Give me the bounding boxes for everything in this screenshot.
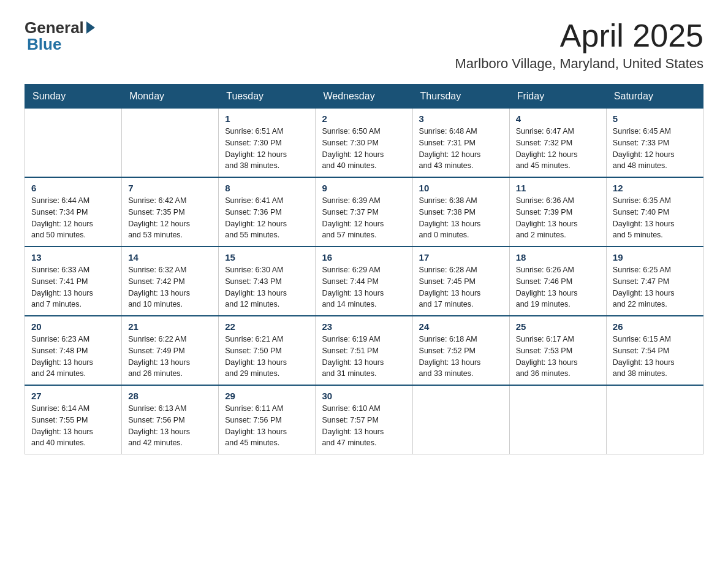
calendar-cell: 17Sunrise: 6:28 AM Sunset: 7:45 PM Dayli… [412, 247, 509, 316]
day-number: 30 [322, 391, 406, 401]
calendar-cell: 24Sunrise: 6:18 AM Sunset: 7:52 PM Dayli… [412, 316, 509, 385]
calendar-week-row: 20Sunrise: 6:23 AM Sunset: 7:48 PM Dayli… [25, 316, 703, 385]
day-number: 8 [225, 183, 309, 193]
calendar-cell: 3Sunrise: 6:48 AM Sunset: 7:31 PM Daylig… [412, 109, 509, 178]
calendar-cell: 11Sunrise: 6:36 AM Sunset: 7:39 PM Dayli… [509, 177, 606, 247]
calendar-cell: 9Sunrise: 6:39 AM Sunset: 7:37 PM Daylig… [316, 177, 412, 247]
day-info: Sunrise: 6:13 AM Sunset: 7:56 PM Dayligh… [128, 403, 212, 449]
weekday-header-saturday: Saturday [606, 85, 703, 109]
logo: General Blue [25, 18, 95, 54]
calendar-cell: 30Sunrise: 6:10 AM Sunset: 7:57 PM Dayli… [316, 385, 412, 454]
day-info: Sunrise: 6:11 AM Sunset: 7:56 PM Dayligh… [225, 403, 309, 449]
day-number: 13 [31, 252, 115, 262]
day-info: Sunrise: 6:18 AM Sunset: 7:52 PM Dayligh… [419, 334, 503, 380]
day-number: 17 [419, 252, 503, 262]
calendar-cell: 13Sunrise: 6:33 AM Sunset: 7:41 PM Dayli… [25, 247, 122, 316]
day-info: Sunrise: 6:15 AM Sunset: 7:54 PM Dayligh… [613, 334, 697, 380]
day-info: Sunrise: 6:50 AM Sunset: 7:30 PM Dayligh… [322, 126, 406, 172]
day-info: Sunrise: 6:35 AM Sunset: 7:40 PM Dayligh… [613, 195, 697, 241]
day-number: 2 [322, 113, 406, 124]
calendar-cell: 5Sunrise: 6:45 AM Sunset: 7:33 PM Daylig… [606, 109, 703, 178]
day-info: Sunrise: 6:10 AM Sunset: 7:57 PM Dayligh… [322, 403, 406, 449]
day-number: 28 [128, 391, 212, 401]
day-number: 25 [516, 321, 600, 332]
calendar-cell: 21Sunrise: 6:22 AM Sunset: 7:49 PM Dayli… [122, 316, 219, 385]
calendar-cell: 15Sunrise: 6:30 AM Sunset: 7:43 PM Dayli… [219, 247, 316, 316]
day-info: Sunrise: 6:23 AM Sunset: 7:48 PM Dayligh… [31, 334, 115, 380]
calendar-cell: 14Sunrise: 6:32 AM Sunset: 7:42 PM Dayli… [122, 247, 219, 316]
day-info: Sunrise: 6:38 AM Sunset: 7:38 PM Dayligh… [419, 195, 503, 241]
day-info: Sunrise: 6:45 AM Sunset: 7:33 PM Dayligh… [613, 126, 697, 172]
calendar-cell [122, 109, 219, 178]
day-number: 20 [31, 321, 115, 332]
calendar-cell [509, 385, 606, 454]
day-number: 1 [225, 113, 309, 124]
day-info: Sunrise: 6:44 AM Sunset: 7:34 PM Dayligh… [31, 195, 115, 241]
calendar-cell: 25Sunrise: 6:17 AM Sunset: 7:53 PM Dayli… [509, 316, 606, 385]
calendar-cell: 10Sunrise: 6:38 AM Sunset: 7:38 PM Dayli… [412, 177, 509, 247]
calendar-cell: 22Sunrise: 6:21 AM Sunset: 7:50 PM Dayli… [219, 316, 316, 385]
day-number: 24 [419, 321, 503, 332]
calendar-cell: 16Sunrise: 6:29 AM Sunset: 7:44 PM Dayli… [316, 247, 412, 316]
calendar-cell: 20Sunrise: 6:23 AM Sunset: 7:48 PM Dayli… [25, 316, 122, 385]
day-number: 27 [31, 391, 115, 401]
day-number: 21 [128, 321, 212, 332]
day-number: 10 [419, 183, 503, 193]
calendar-cell: 28Sunrise: 6:13 AM Sunset: 7:56 PM Dayli… [122, 385, 219, 454]
day-number: 7 [128, 183, 212, 193]
day-number: 12 [613, 183, 697, 193]
day-number: 11 [516, 183, 600, 193]
calendar-cell: 6Sunrise: 6:44 AM Sunset: 7:34 PM Daylig… [25, 177, 122, 247]
calendar-cell: 4Sunrise: 6:47 AM Sunset: 7:32 PM Daylig… [509, 109, 606, 178]
day-number: 23 [322, 321, 406, 332]
calendar-cell: 8Sunrise: 6:41 AM Sunset: 7:36 PM Daylig… [219, 177, 316, 247]
day-number: 9 [322, 183, 406, 193]
weekday-header-wednesday: Wednesday [316, 85, 412, 109]
day-info: Sunrise: 6:39 AM Sunset: 7:37 PM Dayligh… [322, 195, 406, 241]
day-number: 22 [225, 321, 309, 332]
day-info: Sunrise: 6:51 AM Sunset: 7:30 PM Dayligh… [225, 126, 309, 172]
day-info: Sunrise: 6:21 AM Sunset: 7:50 PM Dayligh… [225, 334, 309, 380]
weekday-header-sunday: Sunday [25, 85, 122, 109]
day-info: Sunrise: 6:47 AM Sunset: 7:32 PM Dayligh… [516, 126, 600, 172]
day-info: Sunrise: 6:25 AM Sunset: 7:47 PM Dayligh… [613, 264, 697, 310]
calendar-week-row: 13Sunrise: 6:33 AM Sunset: 7:41 PM Dayli… [25, 247, 703, 316]
day-info: Sunrise: 6:28 AM Sunset: 7:45 PM Dayligh… [419, 264, 503, 310]
day-number: 18 [516, 252, 600, 262]
calendar-week-row: 6Sunrise: 6:44 AM Sunset: 7:34 PM Daylig… [25, 177, 703, 247]
weekday-header-row: SundayMondayTuesdayWednesdayThursdayFrid… [25, 85, 703, 109]
day-info: Sunrise: 6:19 AM Sunset: 7:51 PM Dayligh… [322, 334, 406, 380]
calendar-cell: 19Sunrise: 6:25 AM Sunset: 7:47 PM Dayli… [606, 247, 703, 316]
day-number: 6 [31, 183, 115, 193]
calendar-cell: 2Sunrise: 6:50 AM Sunset: 7:30 PM Daylig… [316, 109, 412, 178]
day-info: Sunrise: 6:22 AM Sunset: 7:49 PM Dayligh… [128, 334, 212, 380]
location-subtitle: Marlboro Village, Maryland, United State… [455, 56, 703, 72]
calendar-cell: 26Sunrise: 6:15 AM Sunset: 7:54 PM Dayli… [606, 316, 703, 385]
title-section: April 2025 Marlboro Village, Maryland, U… [455, 18, 703, 72]
day-info: Sunrise: 6:17 AM Sunset: 7:53 PM Dayligh… [516, 334, 600, 380]
calendar-cell: 23Sunrise: 6:19 AM Sunset: 7:51 PM Dayli… [316, 316, 412, 385]
calendar-cell: 27Sunrise: 6:14 AM Sunset: 7:55 PM Dayli… [25, 385, 122, 454]
weekday-header-monday: Monday [122, 85, 219, 109]
calendar-week-row: 1Sunrise: 6:51 AM Sunset: 7:30 PM Daylig… [25, 109, 703, 178]
calendar-table: SundayMondayTuesdayWednesdayThursdayFrid… [25, 84, 703, 454]
day-number: 4 [516, 113, 600, 124]
day-info: Sunrise: 6:41 AM Sunset: 7:36 PM Dayligh… [225, 195, 309, 241]
day-number: 29 [225, 391, 309, 401]
page-header: General Blue April 2025 Marlboro Village… [25, 18, 703, 72]
day-info: Sunrise: 6:48 AM Sunset: 7:31 PM Dayligh… [419, 126, 503, 172]
logo-triangle-icon [86, 21, 95, 34]
day-number: 3 [419, 113, 503, 124]
calendar-cell [412, 385, 509, 454]
day-info: Sunrise: 6:33 AM Sunset: 7:41 PM Dayligh… [31, 264, 115, 310]
day-info: Sunrise: 6:32 AM Sunset: 7:42 PM Dayligh… [128, 264, 212, 310]
day-info: Sunrise: 6:42 AM Sunset: 7:35 PM Dayligh… [128, 195, 212, 241]
day-number: 15 [225, 252, 309, 262]
day-info: Sunrise: 6:36 AM Sunset: 7:39 PM Dayligh… [516, 195, 600, 241]
month-year-title: April 2025 [455, 18, 703, 53]
weekday-header-thursday: Thursday [412, 85, 509, 109]
calendar-cell: 18Sunrise: 6:26 AM Sunset: 7:46 PM Dayli… [509, 247, 606, 316]
day-number: 5 [613, 113, 697, 124]
calendar-cell: 12Sunrise: 6:35 AM Sunset: 7:40 PM Dayli… [606, 177, 703, 247]
day-info: Sunrise: 6:14 AM Sunset: 7:55 PM Dayligh… [31, 403, 115, 449]
